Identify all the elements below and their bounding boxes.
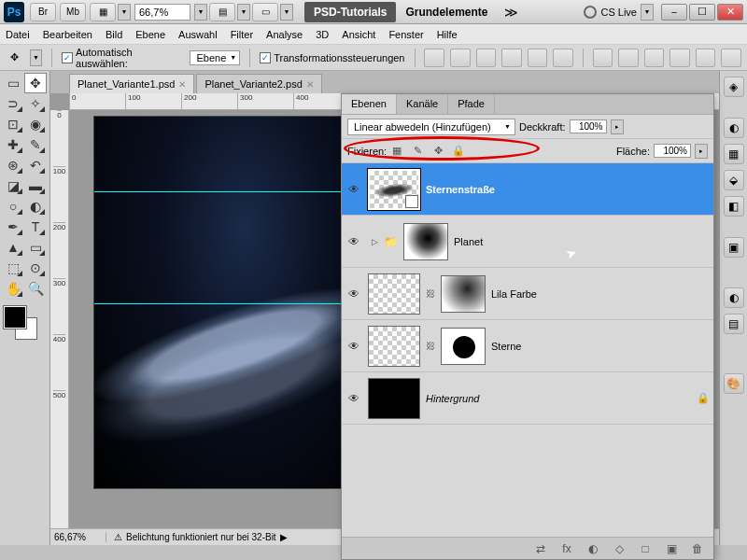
eyedropper-tool[interactable]: ◉ [24,114,47,134]
menu-analyse[interactable]: Analyse [266,29,303,40]
screen-mode-button[interactable]: ▭ [252,3,278,21]
blend-mode-dropdown[interactable]: Linear abwedeln (Hinzufügen) [347,119,515,135]
workspace-grundelemente[interactable]: Grundelemente [396,2,497,22]
lock-pixels-icon[interactable]: ✎ [411,145,424,158]
align-vcenter-button[interactable] [450,49,471,67]
arrange-docs-dropdown[interactable]: ▼ [237,4,250,21]
status-zoom-input[interactable]: 66,67% [50,532,106,542]
dock-actions-icon[interactable]: ▤ [724,314,744,334]
marquee-tool[interactable]: ▭ [2,73,24,93]
layer-thumbnail[interactable] [368,326,420,367]
mask-link-icon[interactable]: ⛓ [426,288,435,299]
document-tab-1-close[interactable]: ✕ [178,79,186,90]
add-mask-button[interactable]: ◐ [585,540,601,557]
layer-name[interactable]: Lila Farbe [491,288,537,300]
mask-link-icon[interactable]: ⛓ [426,341,435,351]
distribute-top-button[interactable] [593,49,613,67]
opacity-input[interactable]: 100% [570,119,607,133]
window-minimize-button[interactable]: − [661,4,687,21]
zoom-dropdown[interactable]: ▼ [194,4,207,21]
history-brush-tool[interactable]: ↶ [24,155,47,175]
menu-datei[interactable]: Datei [6,29,30,40]
align-hcenter-button[interactable] [528,49,548,67]
align-left-button[interactable] [501,49,522,67]
mini-bridge-button[interactable]: Mb [60,3,86,21]
eraser-tool[interactable]: ◪ [2,175,24,196]
dodge-tool[interactable]: ◐ [24,196,47,217]
layer-row-planet[interactable]: 👁 ▷ 📁 Planet [342,216,713,268]
menu-auswahl[interactable]: Auswahl [178,29,218,40]
opacity-slider-button[interactable]: ▸ [611,119,624,134]
fill-input[interactable]: 100% [654,144,691,158]
window-maximize-button[interactable]: ☐ [689,4,715,21]
menu-hilfe[interactable]: Hilfe [437,29,458,40]
layer-thumbnail[interactable] [368,378,420,419]
auto-select-checkbox[interactable]: ✓ Automatisch auswählen: [62,47,184,69]
shape-tool[interactable]: ▭ [24,237,47,258]
document-tab-1[interactable]: Planet_Variante1.psd ✕ [69,74,194,93]
pen-tool[interactable]: ✒ [2,217,24,237]
distribute-left-button[interactable] [669,49,690,67]
document-canvas[interactable] [93,116,345,489]
layer-name[interactable]: Hintergrund [426,393,479,404]
brush-tool[interactable]: ✎ [24,134,47,155]
dock-history-icon[interactable]: ◐ [724,287,744,308]
bridge-button[interactable]: Br [30,3,56,21]
layer-name[interactable]: Sterne [491,341,521,352]
layer-visibility-icon[interactable]: 👁 [345,286,362,302]
auto-select-target-dropdown[interactable]: Ebene [190,50,240,65]
menu-ebene[interactable]: Ebene [135,29,165,40]
panel-tab-pfade[interactable]: Pfade [448,94,495,114]
lasso-tool[interactable]: ⊃ [2,93,24,114]
distribute-bottom-button[interactable] [644,49,665,67]
layer-mask-thumbnail[interactable] [441,275,486,313]
status-arrow-icon[interactable]: ▶ [280,532,288,542]
screen-mode-dropdown[interactable]: ▼ [280,4,293,21]
gradient-tool[interactable]: ▬ [24,175,47,196]
layer-row-sternenstrasse[interactable]: ➤ 👁 Sternenstraße [342,163,713,216]
layer-thumbnail[interactable] [368,169,420,210]
document-tab-2[interactable]: Planet_Variante2.psd ✕ [196,74,321,93]
cslive-dropdown[interactable]: ▼ [641,4,654,21]
group-expand-icon[interactable]: ▷ [372,237,378,246]
menu-ansicht[interactable]: Ansicht [342,29,375,40]
distribute-hcenter-button[interactable] [696,49,716,67]
view-extras-button[interactable]: ▦ [90,3,116,21]
menu-bearbeiten[interactable]: Bearbeiten [43,29,92,40]
hand-tool[interactable]: ✋ [2,278,24,299]
layer-visibility-icon[interactable]: 👁 [345,338,362,355]
arrange-docs-button[interactable]: ▤ [209,3,235,21]
layer-row-hintergrund[interactable]: 👁 Hintergrund 🔒 [342,372,713,425]
foreground-color-swatch[interactable] [4,306,26,329]
zoom-tool[interactable]: 🔍 [24,278,47,299]
lock-position-icon[interactable]: ✥ [431,145,444,158]
layer-row-sterne[interactable]: 👁 ⛓ Sterne [342,320,713,372]
align-bottom-button[interactable] [476,49,497,67]
window-close-button[interactable]: ✕ [717,4,743,21]
dock-paint-icon[interactable]: 🎨 [724,373,744,394]
dock-swatches-icon[interactable]: ▦ [724,144,744,164]
layer-thumbnail[interactable] [368,273,420,315]
zoom-level-input[interactable]: 66,7 % [134,4,190,21]
ruler-vertical[interactable]: 0100200300400500 [50,110,69,528]
blur-tool[interactable]: ○ [2,196,24,217]
fill-slider-button[interactable]: ▸ [695,144,708,159]
layer-row-lila-farbe[interactable]: 👁 ⛓ Lila Farbe [342,268,713,320]
layer-visibility-icon[interactable]: 👁 [345,181,362,198]
new-layer-button[interactable]: ▣ [663,540,680,557]
panel-tab-kanaele[interactable]: Kanäle [397,94,448,114]
crop-tool[interactable]: ⊡ [2,114,24,134]
delete-layer-button[interactable]: 🗑 [689,540,706,557]
panel-tab-ebenen[interactable]: Ebenen [342,94,397,114]
document-tab-2-close[interactable]: ✕ [306,79,314,90]
menu-filter[interactable]: Filter [231,29,253,40]
layer-visibility-icon[interactable]: 👁 [345,390,362,407]
distribute-vcenter-button[interactable] [618,49,639,67]
healing-brush-tool[interactable]: ✚ [2,134,24,155]
dock-layers-icon[interactable]: ◈ [724,77,744,97]
menu-3d[interactable]: 3D [316,29,329,40]
view-extras-dropdown[interactable]: ▼ [118,4,131,21]
layer-name[interactable]: Planet [454,236,483,247]
guide-horizontal[interactable] [94,303,345,304]
align-right-button[interactable] [553,49,573,67]
